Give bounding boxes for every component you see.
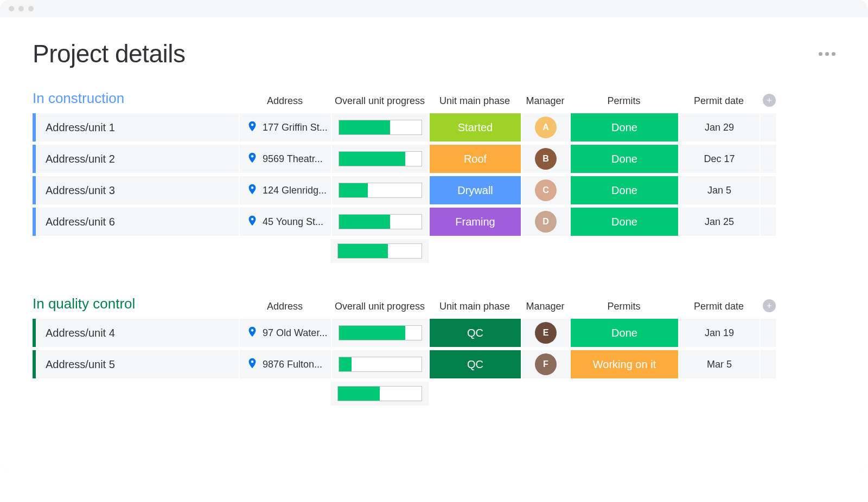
content-area: Project details In construction Address … bbox=[0, 17, 868, 471]
window-titlebar bbox=[0, 0, 868, 17]
avatar: D bbox=[535, 211, 557, 233]
address-cell[interactable]: 97 Old Water... bbox=[239, 319, 331, 347]
item-name-cell[interactable]: Address/unit 5 bbox=[33, 350, 239, 378]
column-header-phase[interactable]: Unit main phase bbox=[429, 301, 521, 312]
table-row[interactable]: Address/unit 2 9569 Theatr... Roof B Don bbox=[33, 145, 835, 173]
manager-cell[interactable]: C bbox=[521, 176, 570, 204]
item-name-cell[interactable]: Address/unit 1 bbox=[33, 113, 239, 141]
permits-cell[interactable]: Done bbox=[570, 319, 678, 347]
manager-cell[interactable]: F bbox=[521, 350, 570, 378]
progress-cell[interactable] bbox=[331, 113, 429, 141]
table-row[interactable]: Address/unit 1 177 Griffin St... Started… bbox=[33, 113, 835, 141]
permits-cell[interactable]: Done bbox=[570, 208, 678, 236]
group: In quality control Address Overall unit … bbox=[33, 295, 835, 406]
address-text: 9876 Fulton... bbox=[263, 359, 322, 370]
permits-cell[interactable]: Done bbox=[570, 145, 678, 173]
permit-date-cell[interactable]: Mar 5 bbox=[678, 350, 760, 378]
group-title[interactable]: In construction bbox=[33, 90, 239, 107]
add-column-button[interactable] bbox=[763, 299, 776, 312]
column-header-manager[interactable]: Manager bbox=[521, 301, 570, 312]
column-header-progress[interactable]: Overall unit progress bbox=[331, 95, 429, 107]
location-pin-icon bbox=[246, 152, 258, 166]
manager-cell[interactable]: B bbox=[521, 145, 570, 173]
trailing-cell bbox=[760, 350, 776, 378]
svg-point-0 bbox=[251, 124, 253, 126]
progress-bar bbox=[339, 325, 422, 340]
column-header-permit-date[interactable]: Permit date bbox=[678, 301, 760, 312]
permits-cell[interactable]: Done bbox=[570, 113, 678, 141]
window-control-dot[interactable] bbox=[18, 6, 24, 11]
address-cell[interactable]: 9876 Fulton... bbox=[239, 350, 331, 378]
column-header-phase[interactable]: Unit main phase bbox=[429, 95, 521, 107]
window-control-dot[interactable] bbox=[28, 6, 34, 11]
item-name-cell[interactable]: Address/unit 3 bbox=[33, 176, 239, 204]
column-header-permits[interactable]: Permits bbox=[570, 301, 678, 312]
address-cell[interactable]: 124 Glenridg... bbox=[239, 176, 331, 204]
phase-cell[interactable]: Framing bbox=[429, 208, 521, 236]
address-cell[interactable]: 177 Griffin St... bbox=[239, 113, 331, 141]
item-name: Address/unit 4 bbox=[46, 327, 115, 339]
svg-point-4 bbox=[251, 329, 253, 331]
avatar-initial: E bbox=[543, 328, 549, 338]
phase-cell[interactable]: Started bbox=[429, 113, 521, 141]
location-pin-icon bbox=[246, 215, 258, 229]
avatar: A bbox=[535, 117, 557, 138]
progress-bar bbox=[339, 120, 422, 135]
permit-date-cell[interactable]: Jan 25 bbox=[678, 208, 760, 236]
column-header-permit-date[interactable]: Permit date bbox=[678, 95, 760, 107]
manager-cell[interactable]: D bbox=[521, 208, 570, 236]
manager-cell[interactable]: E bbox=[521, 319, 570, 347]
avatar: F bbox=[535, 353, 557, 375]
progress-cell[interactable] bbox=[331, 208, 429, 236]
address-cell[interactable]: 45 Young St... bbox=[239, 208, 331, 236]
permit-date-cell[interactable]: Jan 29 bbox=[678, 113, 760, 141]
permit-date-cell[interactable]: Dec 17 bbox=[678, 145, 760, 173]
phase-cell[interactable]: QC bbox=[429, 350, 521, 378]
group-rows: Address/unit 4 97 Old Water... QC E Done bbox=[33, 319, 835, 378]
group-title[interactable]: In quality control bbox=[33, 295, 239, 312]
add-column-button[interactable] bbox=[763, 94, 776, 107]
phase-cell[interactable]: Roof bbox=[429, 145, 521, 173]
progress-cell[interactable] bbox=[331, 145, 429, 173]
more-options-button[interactable] bbox=[819, 52, 835, 56]
column-header-manager[interactable]: Manager bbox=[521, 95, 570, 107]
trailing-cell bbox=[760, 113, 776, 141]
progress-fill bbox=[339, 120, 390, 134]
item-name-cell[interactable]: Address/unit 4 bbox=[33, 319, 239, 347]
permits-label: Done bbox=[611, 121, 637, 134]
svg-point-5 bbox=[251, 361, 253, 363]
address-cell[interactable]: 9569 Theatr... bbox=[239, 145, 331, 173]
progress-cell[interactable] bbox=[331, 176, 429, 204]
table-row[interactable]: Address/unit 6 45 Young St... Framing D bbox=[33, 208, 835, 236]
phase-label: Framing bbox=[455, 216, 495, 228]
column-header-progress[interactable]: Overall unit progress bbox=[331, 301, 429, 312]
address-text: 9569 Theatr... bbox=[263, 153, 323, 165]
phase-cell[interactable]: QC bbox=[429, 319, 521, 347]
phase-cell[interactable]: Drywall bbox=[429, 176, 521, 204]
item-name-cell[interactable]: Address/unit 6 bbox=[33, 208, 239, 236]
table-row[interactable]: Address/unit 3 124 Glenridg... Drywall C bbox=[33, 176, 835, 204]
permits-label: Done bbox=[611, 184, 637, 197]
avatar-initial: D bbox=[542, 217, 549, 227]
progress-cell[interactable] bbox=[331, 319, 429, 347]
column-header-address[interactable]: Address bbox=[239, 95, 331, 107]
item-name-cell[interactable]: Address/unit 2 bbox=[33, 145, 239, 173]
permit-date: Jan 19 bbox=[705, 327, 734, 339]
address-text: 124 Glenridg... bbox=[263, 185, 327, 196]
column-header-permits[interactable]: Permits bbox=[570, 95, 678, 107]
item-name: Address/unit 5 bbox=[46, 358, 115, 371]
window-control-dot[interactable] bbox=[9, 6, 14, 11]
permits-cell[interactable]: Done bbox=[570, 176, 678, 204]
progress-cell[interactable] bbox=[331, 350, 429, 378]
permit-date-cell[interactable]: Jan 5 bbox=[678, 176, 760, 204]
permit-date-cell[interactable]: Jan 19 bbox=[678, 319, 760, 347]
progress-bar bbox=[337, 243, 422, 259]
group-summary-row bbox=[33, 382, 835, 406]
table-row[interactable]: Address/unit 5 9876 Fulton... QC F Worki bbox=[33, 350, 835, 378]
permits-cell[interactable]: Working on it bbox=[570, 350, 678, 378]
table-row[interactable]: Address/unit 4 97 Old Water... QC E Done bbox=[33, 319, 835, 347]
phase-label: Started bbox=[458, 121, 493, 134]
progress-fill bbox=[338, 244, 388, 258]
column-header-address[interactable]: Address bbox=[239, 301, 331, 312]
manager-cell[interactable]: A bbox=[521, 113, 570, 141]
